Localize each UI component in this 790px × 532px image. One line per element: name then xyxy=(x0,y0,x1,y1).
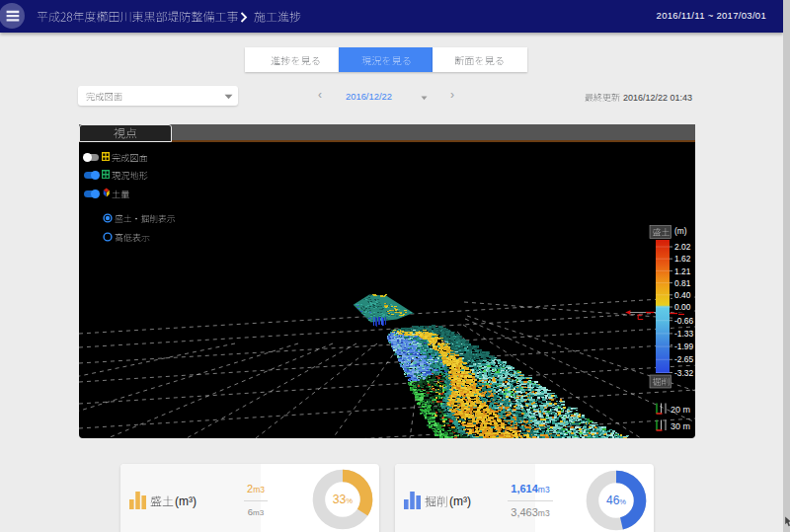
svg-text:46%: 46% xyxy=(606,494,626,507)
svg-text:2.02: 2.02 xyxy=(674,242,691,252)
svg-text:0.81: 0.81 xyxy=(674,278,691,288)
svg-text:-2.65: -2.65 xyxy=(674,354,693,364)
svg-text:-1.33: -1.33 xyxy=(674,329,693,339)
svg-text:(m): (m) xyxy=(674,226,687,236)
svg-text:33%: 33% xyxy=(333,493,354,506)
svg-text:20 m: 20 m xyxy=(671,405,690,415)
svg-text:1.21: 1.21 xyxy=(674,266,691,276)
svg-text:-1.99: -1.99 xyxy=(674,342,693,351)
svg-text:30 m: 30 m xyxy=(671,421,690,431)
svg-text:-0.66: -0.66 xyxy=(674,316,693,326)
svg-text:1.62: 1.62 xyxy=(674,254,691,264)
svg-text:0.00: 0.00 xyxy=(674,302,691,312)
svg-text:0.40: 0.40 xyxy=(674,290,691,300)
svg-text:-3.32: -3.32 xyxy=(674,368,693,378)
